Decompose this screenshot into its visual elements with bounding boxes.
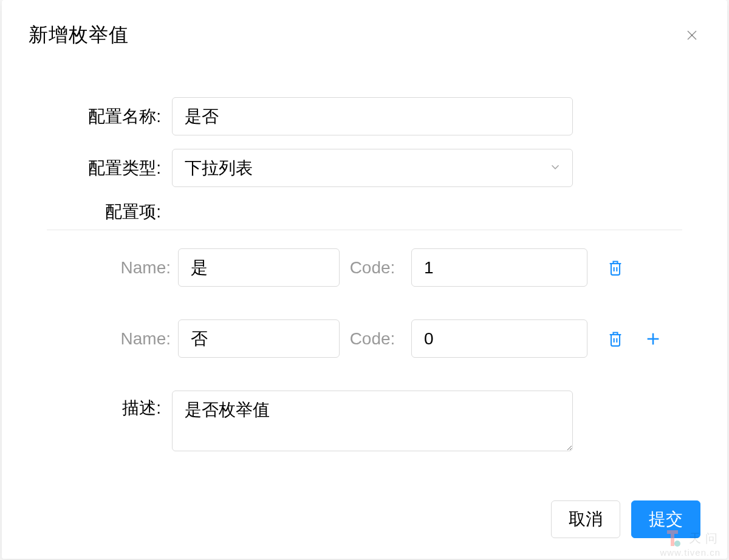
item-name-input[interactable] — [178, 319, 340, 358]
config-name-row: 配置名称: — [2, 97, 727, 135]
delete-icon[interactable] — [606, 258, 625, 278]
submit-button[interactable]: 提交 — [631, 500, 700, 538]
config-type-row: 配置类型: — [2, 149, 727, 187]
cancel-button[interactable]: 取消 — [551, 500, 620, 538]
modal-title: 新增枚举值 — [29, 22, 129, 49]
config-name-label: 配置名称: — [2, 105, 172, 128]
description-label: 描述: — [2, 391, 172, 420]
config-type-label: 配置类型: — [2, 157, 172, 180]
add-icon[interactable] — [643, 329, 663, 349]
modal-dialog: 新增枚举值 配置名称: 配置类型: — [2, 0, 727, 559]
close-icon[interactable] — [683, 27, 700, 44]
modal-footer: 取消 提交 — [2, 500, 727, 559]
modal-body: 配置名称: 配置类型: 配置项: Name: C — [2, 49, 727, 500]
config-name-input[interactable] — [172, 97, 573, 135]
config-items-header-row: 配置项: — [2, 200, 727, 224]
config-type-select[interactable] — [172, 149, 573, 187]
description-input[interactable] — [172, 391, 573, 451]
divider — [47, 230, 682, 230]
item-code-label: Code: — [340, 258, 405, 278]
config-items-label: 配置项: — [2, 200, 172, 224]
item-code-input[interactable] — [411, 319, 587, 358]
item-code-label: Code: — [340, 329, 405, 349]
item-name-label: Name: — [2, 258, 178, 278]
description-row: 描述: — [2, 391, 727, 454]
modal-header: 新增枚举值 — [2, 0, 727, 49]
item-name-label: Name: — [2, 329, 178, 349]
item-code-input[interactable] — [411, 248, 587, 287]
config-item-row: Name: Code: — [2, 248, 727, 287]
item-name-input[interactable] — [178, 248, 340, 287]
config-item-row: Name: Code: — [2, 319, 727, 358]
delete-icon[interactable] — [606, 329, 625, 349]
